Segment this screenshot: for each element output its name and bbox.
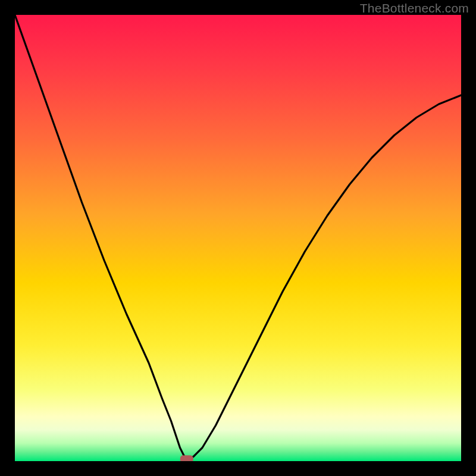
- chart-frame: TheBottleneck.com: [0, 0, 476, 476]
- plot-area: [15, 15, 461, 461]
- gradient-background: [15, 15, 461, 461]
- chart-svg: [15, 15, 461, 461]
- optimal-point-marker: [180, 455, 193, 461]
- watermark-label: TheBottleneck.com: [360, 1, 469, 15]
